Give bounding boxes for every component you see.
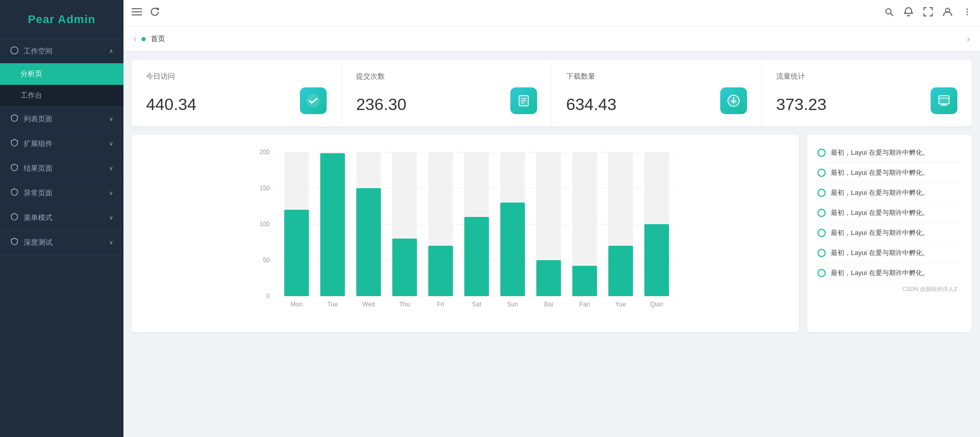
breadcrumb-bar: ‹ 首页 › (123, 27, 980, 51)
sidebar-item-workbench[interactable]: 工作台 (0, 85, 123, 106)
svg-rect-49 (501, 203, 525, 296)
stats-row: 今日访问 440.34 提交次数 236.30 (132, 60, 972, 126)
sidebar-logo: Pear Admin (0, 0, 123, 39)
stat-icon-3 (931, 87, 957, 114)
svg-rect-3 (132, 14, 142, 15)
list-item: 最初，Layui 在爱与期许中孵化。 (817, 223, 961, 243)
result-chevron: ∨ (109, 165, 113, 172)
shield-icon-2 (10, 139, 19, 149)
deep-label: 深度测试 (24, 238, 52, 247)
menu-chevron: ∨ (109, 214, 113, 221)
list-item: 最初，Layui 在爱与期许中孵化。 (817, 143, 961, 163)
stat-value-2: 634.43 (566, 95, 617, 114)
refresh-icon[interactable] (150, 7, 159, 19)
list-card: 最初，Layui 在爱与期许中孵化。 最初，Layui 在爱与期许中孵化。 最初… (807, 135, 972, 332)
result-header[interactable]: 结果页面 ∨ (0, 156, 123, 180)
list-text-4: 最初，Layui 在爱与期许中孵化。 (831, 208, 929, 217)
list-text-5: 最初，Layui 在爱与期许中孵化。 (831, 228, 929, 238)
list-item: 最初，Layui 在爱与期许中孵化。 (817, 203, 961, 223)
extend-header[interactable]: 扩展组件 ∨ (0, 132, 123, 156)
list-dot-2 (817, 169, 826, 177)
list-text-6: 最初，Layui 在爱与期许中孵化。 (831, 248, 929, 258)
app-title: Pear Admin (28, 13, 95, 26)
stat-icon-0 (300, 87, 327, 114)
shield-icon-4 (10, 188, 19, 198)
breadcrumb-forward-arrow[interactable]: › (967, 34, 970, 44)
list-pages-header[interactable]: 列表页面 ∨ (0, 107, 123, 131)
menu-header[interactable]: 菜单模式 ∨ (0, 206, 123, 230)
menu-label: 菜单模式 (24, 213, 52, 223)
svg-text:Qian: Qian (650, 301, 663, 308)
svg-text:200: 200 (259, 149, 270, 156)
deep-header[interactable]: 深度测试 ∨ (0, 230, 123, 254)
breadcrumb-home: 首页 (151, 34, 165, 44)
shield-icon-5 (10, 213, 19, 223)
menu-section: 菜单模式 ∨ (0, 206, 123, 230)
list-text-2: 最初，Layui 在爱与期许中孵化。 (831, 168, 929, 177)
workspace-chevron: ∧ (109, 48, 113, 54)
extend-label: 扩展组件 (24, 139, 52, 149)
more-icon[interactable] (963, 7, 972, 19)
svg-rect-37 (357, 188, 381, 296)
list-text-1: 最初，Layui 在爱与期许中孵化。 (831, 148, 929, 157)
workspace-header[interactable]: 工作空间 ∧ (0, 39, 123, 63)
stat-card-download-count: 下载数量 634.43 (552, 60, 762, 126)
list-pages-chevron: ∨ (109, 116, 113, 122)
list-item: 最初，Layui 在爱与期许中孵化。 (817, 263, 961, 283)
svg-rect-2 (132, 11, 142, 12)
list-item: 最初，Layui 在爱与期许中孵化。 (817, 183, 961, 203)
shield-icon-6 (10, 238, 19, 247)
list-dot-4 (817, 209, 826, 217)
workbench-label: 工作台 (21, 91, 42, 99)
chart-card: 200 150 100 50 0 Mon (132, 135, 799, 332)
shield-icon-3 (10, 163, 19, 173)
topbar-left (132, 7, 159, 20)
list-dot-6 (817, 249, 826, 257)
content-area: 今日访问 440.34 提交次数 236.30 (123, 51, 980, 437)
svg-text:Mon: Mon (291, 301, 302, 308)
svg-text:Fri: Fri (437, 301, 444, 308)
svg-text:Wed: Wed (362, 301, 375, 308)
svg-rect-55 (573, 266, 597, 296)
svg-text:Sat: Sat (472, 301, 482, 308)
workspace-label: 工作空间 (24, 47, 52, 56)
bell-icon[interactable] (904, 7, 913, 19)
stat-card-submit-count: 提交次数 236.30 (342, 60, 551, 126)
svg-text:100: 100 (259, 221, 270, 228)
svg-point-9 (967, 14, 968, 15)
svg-text:Tue: Tue (327, 301, 338, 308)
svg-rect-1 (132, 8, 142, 9)
error-chevron: ∨ (109, 190, 113, 196)
stat-card-today-visits: 今日访问 440.34 (132, 60, 342, 126)
list-pages-section: 列表页面 ∨ (0, 107, 123, 132)
result-section: 结果页面 ∨ (0, 156, 123, 181)
menu-toggle-icon[interactable] (132, 7, 142, 20)
deep-section: 深度测试 ∨ (0, 230, 123, 255)
list-dot-5 (817, 229, 826, 237)
bottom-row: 200 150 100 50 0 Mon (132, 135, 972, 332)
svg-rect-46 (465, 217, 489, 296)
svg-rect-58 (609, 246, 633, 296)
svg-text:150: 150 (259, 185, 270, 192)
breadcrumb-left: ‹ 首页 (134, 34, 165, 44)
stat-label-1: 提交次数 (356, 72, 385, 81)
list-dot-7 (817, 269, 826, 277)
svg-rect-34 (320, 153, 345, 296)
error-section: 异常页面 ∨ (0, 181, 123, 206)
expand-icon[interactable] (923, 7, 933, 19)
stat-label-0: 今日访问 (146, 72, 175, 81)
svg-rect-43 (429, 246, 453, 296)
svg-rect-61 (645, 224, 669, 296)
list-text-3: 最初，Layui 在爱与期许中孵化。 (831, 188, 929, 197)
breadcrumb-back-arrow[interactable]: ‹ (134, 34, 136, 44)
sidebar-item-analysis[interactable]: 分析页 (0, 63, 123, 85)
list-dot-3 (817, 189, 826, 197)
user-icon[interactable] (943, 7, 952, 19)
search-icon[interactable] (884, 7, 894, 19)
stat-icon-1 (510, 87, 537, 114)
topbar-right (884, 7, 972, 19)
error-header[interactable]: 异常页面 ∨ (0, 181, 123, 205)
svg-rect-16 (939, 96, 949, 104)
stat-value-1: 236.30 (356, 95, 406, 114)
list-text-7: 最初，Layui 在爱与期许中孵化。 (831, 268, 929, 278)
